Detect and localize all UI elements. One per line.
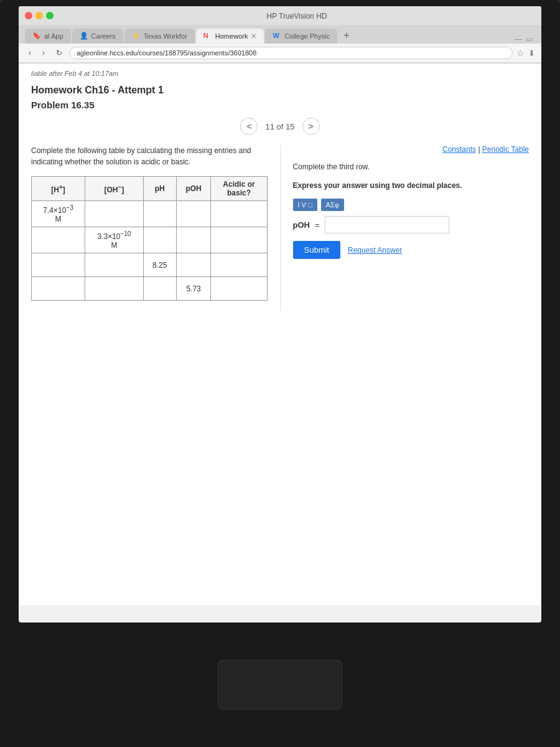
two-col-layout: Complete the following table by calculat…: [31, 145, 529, 311]
action-buttons: Submit Request Answer: [293, 241, 530, 259]
row3-oh-minus: [85, 253, 143, 277]
row3-ph: 8.25: [143, 253, 176, 277]
next-page-btn[interactable]: >: [302, 118, 320, 135]
prev-page-icon: <: [246, 121, 251, 131]
col-header-acidic: Acidic orbasic?: [211, 177, 267, 201]
table-row: 3.3×10−10M: [32, 227, 268, 253]
address-text: agleonline.hccs.edu/courses/188795/assig…: [77, 49, 256, 57]
row4-h-plus: [32, 277, 85, 301]
due-date-text: liable after Feb 4 at 10:17am: [31, 70, 529, 77]
submit-btn[interactable]: Submit: [293, 241, 340, 259]
tab-homework[interactable]: N Homework ✕: [196, 29, 264, 44]
tab-favicon-1: 🔖: [32, 32, 41, 40]
constants-link[interactable]: Constants: [442, 145, 476, 154]
restore-browser-btn[interactable]: ▭: [526, 35, 533, 44]
bottom-bezel: hp: [0, 622, 560, 747]
row2-h-plus: [32, 227, 85, 253]
row2-poh: [176, 227, 211, 253]
request-answer-link[interactable]: Request Answer: [348, 246, 402, 255]
tab-close-btn[interactable]: ✕: [251, 32, 256, 40]
problem-title: Problem 16.35: [31, 100, 529, 110]
minimize-browser-btn[interactable]: —: [515, 35, 522, 44]
tab-al-app[interactable]: 🔖 al App: [25, 29, 71, 44]
laptop-frame: HP TrueVision HD 🔖 al App 👤 Careers ⚡ Te…: [0, 0, 560, 747]
window-controls: [25, 12, 54, 19]
maximize-window-btn[interactable]: [46, 12, 54, 19]
screen: HP TrueVision HD 🔖 al App 👤 Careers ⚡ Te…: [19, 6, 541, 622]
nav-bar: ‹ › ↻ agleonline.hccs.edu/courses/188795…: [19, 44, 541, 63]
trackpad[interactable]: [218, 660, 342, 710]
tab-favicon-4: N: [203, 32, 212, 40]
browser-top-bar: HP TrueVision HD: [19, 6, 541, 25]
row1-ph: [143, 201, 176, 227]
omega-icon: □: [308, 201, 312, 209]
row1-oh-minus: [85, 201, 143, 227]
answer-row: pOH =: [293, 216, 530, 233]
browser-chrome: HP TrueVision HD 🔖 al App 👤 Careers ⚡ Te…: [19, 6, 541, 63]
right-column: Constants | Periodic Table Complete the …: [280, 145, 530, 311]
poh-answer-input[interactable]: [325, 216, 449, 233]
col-header-poh: pOH: [176, 177, 211, 201]
tab-label-3: Texas Workfor: [144, 32, 187, 40]
answer-toolbar: I V □ ΑΣφ: [293, 199, 530, 211]
col-header-oh-minus: [OH−]: [85, 177, 143, 201]
download-icon[interactable]: ⬇: [528, 49, 535, 58]
row2-oh-minus: 3.3×10−10M: [85, 227, 143, 253]
tab-label-4: Homework: [215, 32, 248, 40]
row4-acidic: [211, 277, 267, 301]
back-btn[interactable]: ‹: [25, 47, 35, 59]
chemistry-table: [H+] [OH−] pH pOH Acidic orbasic? 7.4×10…: [31, 176, 268, 301]
content-area: liable after Feb 4 at 10:17am Homework C…: [19, 63, 541, 605]
formula-toolbar-btn[interactable]: I V □: [293, 199, 317, 211]
col-header-h-plus: [H+]: [32, 177, 85, 201]
next-page-icon: >: [308, 121, 313, 131]
table-row: 5.73: [32, 277, 268, 301]
refresh-btn[interactable]: ↻: [52, 47, 66, 59]
left-column: Complete the following table by calculat…: [31, 145, 268, 311]
address-bar[interactable]: agleonline.hccs.edu/courses/188795/assig…: [70, 47, 513, 59]
formula-label: V: [302, 201, 306, 209]
close-window-btn[interactable]: [25, 12, 32, 19]
tab-favicon-5: W: [273, 32, 281, 40]
row3-poh: [176, 253, 211, 277]
periodic-table-link[interactable]: Periodic Table: [482, 145, 529, 154]
equals-sign: =: [315, 220, 320, 230]
col-header-ph: pH: [143, 177, 176, 201]
tab-college[interactable]: W College Physic: [265, 29, 337, 44]
symbol-toolbar-btn[interactable]: ΑΣφ: [321, 199, 344, 211]
row2-ph: [143, 227, 176, 253]
homework-title: Homework Ch16 - Attempt 1: [31, 85, 529, 96]
tab-label-2: Careers: [91, 32, 116, 40]
prev-page-btn[interactable]: <: [240, 118, 258, 135]
forward-btn[interactable]: ›: [39, 47, 49, 59]
new-tab-btn[interactable]: +: [338, 27, 354, 44]
table-row: 7.4×10−3M: [32, 201, 268, 227]
row1-poh: [176, 201, 211, 227]
tab-label-1: al App: [44, 32, 63, 40]
table-row: 8.25: [32, 253, 268, 277]
tab-texas[interactable]: ⚡ Texas Workfor: [124, 29, 195, 44]
row4-poh: 5.73: [176, 277, 211, 301]
row4-ph: [143, 277, 176, 301]
left-instructions: Complete the following table by calculat…: [31, 145, 268, 167]
minimize-window-btn[interactable]: [35, 12, 43, 19]
alpha-icon: ΑΣφ: [326, 201, 339, 209]
row1-h-plus: 7.4×10−3M: [32, 201, 85, 227]
row4-oh-minus: [85, 277, 143, 301]
row3-h-plus: [32, 253, 85, 277]
tabs-bar: 🔖 al App 👤 Careers ⚡ Texas Workfor N Hom…: [19, 25, 541, 44]
row2-acidic: [211, 227, 267, 253]
bookmark-btn[interactable]: ☆: [516, 48, 525, 58]
constants-links: Constants | Periodic Table: [293, 145, 530, 154]
poh-label: pOH: [293, 220, 310, 230]
tab-favicon-3: ⚡: [132, 32, 141, 40]
pagination: < 11 of 15 >: [31, 118, 529, 135]
browser-title: HP TrueVision HD: [267, 12, 327, 21]
tab-favicon-2: 👤: [80, 32, 88, 40]
row3-acidic: [211, 253, 267, 277]
express-answer-text: Express your answer using two decimal pl…: [293, 180, 530, 191]
tab-careers[interactable]: 👤 Careers: [72, 29, 123, 44]
page-info: 11 of 15: [265, 122, 294, 131]
tab-label-5: College Physic: [284, 32, 330, 40]
browser-nav-icons: ⬇: [528, 49, 535, 58]
